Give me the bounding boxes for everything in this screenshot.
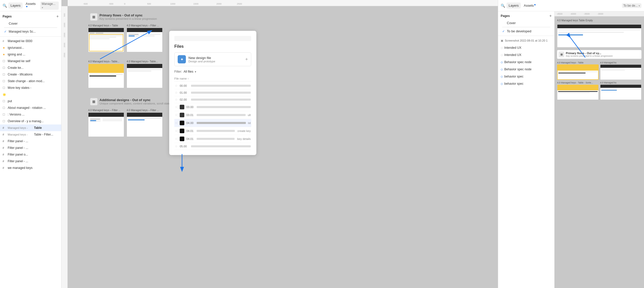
new-design-file-subtitle: Design and prototype (188, 60, 215, 63)
frame-group-4: 4.0 Managed keys– Table... (127, 60, 163, 88)
layer-item[interactable]: ★ ign/unassi... (0, 44, 61, 51)
frame-thumb-3[interactable] (88, 64, 124, 88)
frame-thumb-6[interactable] (127, 112, 163, 137)
layers-list-left: # Managed ke 0000 ★ ign/unassi... ★ igni… (0, 37, 61, 288)
layer-item[interactable]: ☐ put (0, 98, 61, 104)
chevron-down-icon-right: ▾ (639, 4, 640, 7)
filter-value[interactable]: All files (184, 70, 193, 73)
frame-thumb-2[interactable] (127, 28, 163, 52)
page-item-to-be-developed[interactable]: ✓ To be developed (501, 28, 552, 34)
add-page-btn-left[interactable]: + (56, 14, 59, 18)
search-icon-right[interactable]: 🔍 (501, 4, 505, 8)
hash-icon: # (3, 126, 6, 129)
file-row-0200[interactable]: ☆ 02.00 (174, 96, 251, 103)
file-row-0500[interactable]: ☆ 05.00 (174, 143, 251, 150)
layer-item[interactable]: # Filter panel - ... (0, 145, 61, 151)
star-icon[interactable]: ☆ (175, 91, 178, 94)
layer-item[interactable]: ☐ More key states - (0, 84, 61, 91)
files-panel-title-blur (174, 36, 251, 41)
add-page-btn-right[interactable]: + (549, 14, 552, 18)
file-row-0401a[interactable]: ☆ 04.01 :create key (174, 127, 251, 135)
tobe-btn-right[interactable]: To be de... ▾ (622, 3, 641, 8)
file-row-0400[interactable]: ☆ 04.00 ist (174, 119, 251, 127)
files-panel: Files ✦ New design file Design and proto… (169, 31, 256, 155)
star-icon[interactable]: ☆ (175, 105, 178, 109)
layer-item-table[interactable]: # Managed keys - Table (0, 124, 61, 131)
layer-item[interactable]: # Filter panel - ... (0, 158, 61, 165)
tab-assets-right[interactable]: Assets (522, 3, 538, 8)
tab-layers-left[interactable]: Layers (8, 3, 23, 8)
star-icon[interactable]: ☆ (175, 121, 178, 125)
layer-item[interactable]: 🌟 (0, 91, 61, 98)
layer-item[interactable]: ☐ : Versions ... (0, 111, 61, 118)
star-icon[interactable]: ☆ (175, 113, 178, 117)
page-item-cover-right[interactable]: Cover (501, 20, 552, 26)
frame-thumb-5[interactable] (88, 112, 124, 137)
thumb-managed-ks-2[interactable] (600, 84, 642, 100)
new-design-file-title: New design file (188, 56, 215, 60)
file-extra: :create key (237, 129, 251, 132)
frame-label-2: 4.0 Managed keys – Filter ... (127, 24, 163, 27)
search-icon[interactable]: 🔍 (3, 4, 7, 8)
intended-ux-item-1[interactable]: ◇ Intended UX (498, 44, 554, 51)
tab-layers-right[interactable]: Layers (507, 3, 521, 8)
filename-blur (191, 145, 251, 147)
layer-item[interactable]: ☐ About managed - rotation ... (0, 104, 61, 111)
layer-item[interactable]: # Managed ke 0000 (0, 38, 61, 44)
layer-item[interactable]: # we managed keys (0, 165, 61, 171)
behavior-spec-node-item-1[interactable]: ◇ Behavior spec node (498, 59, 554, 66)
star-icon[interactable]: ☆ (175, 129, 178, 133)
file-row-0100[interactable]: ☆ 01.00 (174, 89, 251, 96)
file-row-0000[interactable]: ☆ 00.00 (174, 82, 251, 89)
frame-thumb-1[interactable] (88, 28, 124, 52)
layer-item[interactable]: ☐ Create ke... (0, 64, 61, 71)
layer-item[interactable]: ☐ Managed ke self (0, 58, 61, 64)
file-row-0300[interactable]: ☆ 03.00 (174, 103, 251, 111)
thumb-managed-ks-1[interactable] (600, 64, 642, 80)
intended-ux-item-2[interactable]: ◇ Intended UX (498, 51, 554, 59)
page-item-managed-left[interactable]: ✓ Managed keys Sc... (3, 29, 59, 34)
frame-icon: ☐ (3, 106, 6, 110)
filter-label: Filter: (174, 70, 182, 73)
thumb-table-highlight[interactable] (557, 64, 599, 80)
layer-item[interactable]: ☐ State change - ation mod... (0, 78, 61, 84)
diamond-icon-blue: ◇ (501, 68, 503, 71)
new-design-file-plus[interactable]: + (245, 57, 248, 62)
thumb-table-sorted[interactable] (557, 84, 599, 100)
diamond-icon-blue: ◇ (501, 82, 503, 85)
manage-btn-left[interactable]: Manage... ▾ (40, 2, 59, 10)
layer-item[interactable]: # Managed keys - Table - Filter... (0, 131, 61, 138)
pages-title-left: Pages (3, 15, 12, 18)
thumb-primary-flows-card: ⊞ Primary flows - Out of sy... Key scree… (557, 50, 641, 59)
layer-item[interactable]: # Filter panel - ... (0, 138, 61, 145)
file-row-0301[interactable]: ☆ 03.01 ult (174, 111, 251, 119)
frame-group-3: 4.0 Managed keys– Table... (88, 60, 124, 88)
diamond-icon-blue: ◇ (501, 75, 503, 78)
new-design-file-card[interactable]: ✦ New design file Design and prototype + (174, 52, 251, 66)
thumb-primary-flows-title: Primary flows - Out of sy... (566, 52, 613, 55)
layer-item[interactable]: # Filter panel o... (0, 151, 61, 158)
file-row-0401b[interactable]: ☆ 04.01 :key details (174, 135, 251, 143)
ruler-horizontal: -500 -500 0 500 1000 1500 2000 2500 (68, 0, 498, 6)
thumb-managed-keys-empty[interactable] (557, 24, 641, 47)
star-icon: ★ (3, 46, 6, 50)
tab-assets-left[interactable]: Assets (24, 1, 39, 11)
star-icon[interactable]: ☆ (175, 145, 178, 148)
behavior-spec-item-1[interactable]: ◇ behavior spec (498, 73, 554, 80)
behavior-spec-node-item-2[interactable]: ◇ Behavior spec node (498, 66, 554, 73)
frame-label-4: 4.0 Managed keys– Table... (127, 60, 163, 63)
layer-item[interactable]: ☐ Create - tifications (0, 71, 61, 78)
frame-thumb-4[interactable] (127, 64, 163, 88)
filename-blur (191, 92, 251, 94)
screenshot-item[interactable]: ▣ Screenshot 2022-08-01 at 10.20 1 (498, 37, 554, 44)
layer-item[interactable]: ★ igning and ... (0, 51, 61, 58)
star-icon[interactable]: ☆ (175, 137, 178, 141)
frame-label-5: 4.0 Managed keys – Filter ... (88, 109, 124, 112)
behavior-spec-item-2[interactable]: ◇ behavior spec (498, 80, 554, 87)
layer-item[interactable]: ☐ Overview of - y a manag... (0, 118, 61, 124)
sort-icon[interactable]: ↑ (187, 77, 189, 80)
page-item-cover-left[interactable]: Cover (3, 21, 59, 26)
star-icon[interactable]: ☆ (175, 84, 178, 88)
screenshot-label: Screenshot 2022-08-01 at 10.20 1 (505, 39, 548, 42)
star-icon[interactable]: ☆ (175, 98, 178, 101)
